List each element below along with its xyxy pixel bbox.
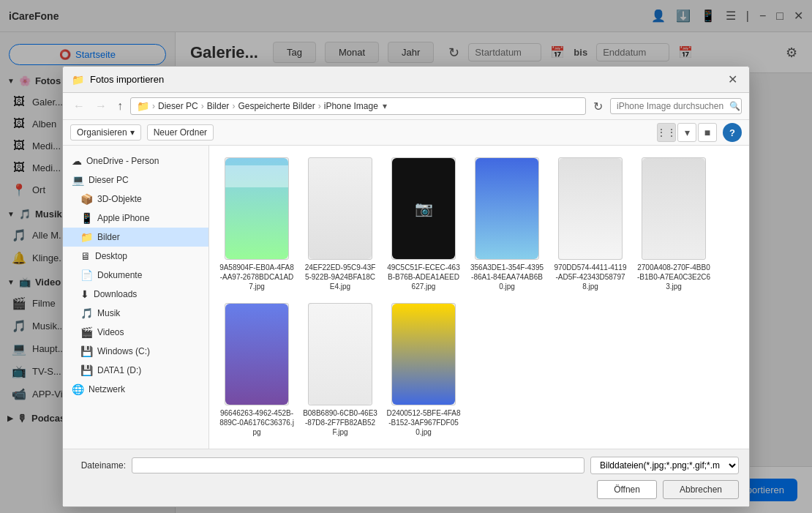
netzwerk-icon: 🌐 (72, 383, 84, 395)
dokumente-icon: 📄 (80, 269, 93, 281)
breadcrumb-gespeicherte[interactable]: Gespeicherte Bilder (238, 101, 315, 111)
breadcrumb-folder-icon: 📁 (137, 100, 149, 112)
file-thumbnail (391, 303, 456, 405)
windows-c-icon: 💾 (80, 345, 93, 357)
file-thumbnail (308, 157, 372, 260)
dlg-nav-dieser-pc[interactable]: 💻 Dieser PC (63, 171, 208, 190)
file-name: 970DD574-4411-4119-AD5F-42343D587978.jpg (553, 263, 628, 291)
file-item[interactable]: B08B6890-6CB0-46E3-87D8-2F7FB82AB52F.jpg (300, 299, 380, 441)
dlg-nav-bilder[interactable]: 📁 Bilder (63, 228, 208, 247)
file-name: B08B6890-6CB0-46E3-87D8-2F7FB82AB52F.jpg (303, 408, 377, 437)
view-details-button[interactable]: ⋮⋮ (657, 123, 676, 142)
file-name: 9A58904F-EB0A-4FA8-AA97-2678BDCA1AD7.jpg (219, 263, 294, 291)
dialog-titlebar: 📁 Fotos importieren ✕ (63, 67, 749, 93)
musik-nav-icon: 🎵 (80, 307, 93, 319)
dlg-nav-videos[interactable]: 🎬 Videos (63, 323, 208, 342)
breadcrumb-iphone-image[interactable]: iPhone Image (324, 101, 378, 111)
dlg-nav-downloads[interactable]: ⬇ Downloads (63, 285, 208, 304)
file-item[interactable]: 356A3DE1-354F-4395-86A1-84EAA74AB6B0.jpg (467, 153, 547, 296)
filename-input[interactable] (132, 457, 584, 473)
import-dialog: 📁 Fotos importieren ✕ ← → ↑ 📁 › Dieser P… (62, 66, 750, 507)
breadcrumb: 📁 › Dieser PC › Bilder › Gespeicherte Bi… (130, 97, 586, 115)
help-button[interactable]: ? (723, 123, 742, 142)
filetype-select[interactable]: Bilddateien(*.jpg;*.png;*.gif;*.m (590, 457, 739, 474)
apple-iphone-icon: 📱 (80, 212, 93, 224)
filename-label: Dateiname: (73, 460, 126, 471)
open-button[interactable]: Öffnen (597, 480, 657, 499)
onedrive-icon: ☁ (72, 155, 82, 167)
file-name: 96646263-4962-452B-889C-0A6176C36376.jpg (219, 408, 294, 437)
bilder-icon: 📁 (80, 231, 93, 243)
videos-nav-icon: 🎬 (80, 326, 93, 338)
view-preview-button[interactable]: ■ (698, 123, 717, 142)
nav-up-button[interactable]: ↑ (114, 98, 126, 114)
filename-row: Dateiname: Bilddateien(*.jpg;*.png;*.gif… (73, 457, 739, 474)
dialog-actions: Öffnen Abbrechen (73, 480, 739, 499)
view-dropdown-button[interactable]: ▾ (677, 123, 696, 142)
dialog-folder-icon: 📁 (72, 74, 84, 86)
file-thumbnail (642, 157, 706, 260)
file-thumbnail (225, 303, 289, 405)
nav-back-button[interactable]: ← (70, 98, 88, 114)
file-thumbnail (225, 157, 289, 260)
dlg-nav-onedrive[interactable]: ☁ OneDrive - Person (63, 151, 208, 171)
dlg-nav-musik[interactable]: 🎵 Musik (63, 304, 208, 323)
organize-button[interactable]: Organisieren ▾ (70, 124, 141, 141)
file-item[interactable]: D2400512-5BFE-4FA8-B152-3AF967FDF050.jpg (383, 299, 464, 441)
file-thumbnail: 📷 (391, 157, 456, 260)
3d-icon: 📦 (80, 193, 93, 205)
dialog-close-button[interactable]: ✕ (725, 72, 740, 86)
breadcrumb-bilder[interactable]: Bilder (207, 101, 230, 111)
nav-forward-button[interactable]: → (92, 98, 110, 114)
dialog-sidebar: ☁ OneDrive - Person 💻 Dieser PC 📦 3D-Obj… (63, 146, 209, 449)
file-name: D2400512-5BFE-4FA8-B152-3AF967FDF050.jpg (386, 408, 461, 437)
new-folder-button[interactable]: Neuer Ordner (147, 124, 214, 141)
file-name: 2700A408-270F-4BB0-B1B0-A7EA0C3E2C63.jpg (636, 263, 711, 291)
data1-icon: 💾 (80, 364, 93, 376)
file-grid: 9A58904F-EB0A-4FA8-AA97-2678BDCA1AD7.jpg… (209, 146, 749, 449)
dlg-nav-desktop[interactable]: 🖥 Desktop (63, 247, 208, 266)
dieser-pc-icon: 💻 (72, 174, 84, 186)
dialog-body: ☁ OneDrive - Person 💻 Dieser PC 📦 3D-Obj… (63, 146, 749, 449)
dialog-title: Fotos importieren (90, 74, 719, 85)
file-item[interactable]: 970DD574-4411-4119-AD5F-42343D587978.jpg (550, 153, 631, 296)
dialog-bottom: Dateiname: Bilddateien(*.jpg;*.png;*.gif… (63, 449, 749, 506)
file-item[interactable]: 24EF22ED-95C9-43F5-922B-9A24BFA18CE4.jpg (300, 153, 380, 296)
downloads-icon: ⬇ (80, 288, 89, 300)
dlg-nav-windows-c[interactable]: 💾 Windows (C:) (63, 342, 208, 361)
breadcrumb-dieser-pc[interactable]: Dieser PC (158, 101, 198, 111)
search-input[interactable] (617, 101, 726, 111)
file-thumbnail (308, 303, 372, 405)
dlg-nav-data1[interactable]: 💾 DATA1 (D:) (63, 361, 208, 380)
file-thumbnail (475, 157, 539, 260)
file-item[interactable]: 9A58904F-EB0A-4FA8-AA97-2678BDCA1AD7.jpg (217, 153, 297, 296)
dialog-toolbar: Organisieren ▾ Neuer Ordner ⋮⋮ ▾ ■ ? (63, 120, 749, 146)
dlg-nav-netzwerk[interactable]: 🌐 Netzwerk (63, 380, 208, 399)
file-thumbnail (558, 157, 623, 260)
dlg-nav-3d[interactable]: 📦 3D-Objekte (63, 190, 208, 209)
cancel-button[interactable]: Abbrechen (663, 480, 739, 499)
organize-dropdown-icon: ▾ (130, 127, 135, 138)
dlg-nav-dokumente[interactable]: 📄 Dokumente (63, 266, 208, 285)
path-dropdown-icon[interactable]: ▾ (383, 101, 387, 111)
file-item[interactable]: 96646263-4962-452B-889C-0A6176C36376.jpg (217, 299, 297, 441)
view-buttons: ⋮⋮ ▾ ■ (657, 123, 717, 142)
file-item[interactable]: 📷 49C5C51F-ECEC-463B-B76B-ADEA1AEED627.j… (383, 153, 464, 296)
file-name: 49C5C51F-ECEC-463B-B76B-ADEA1AEED627.jpg (386, 263, 461, 291)
search-icon: 🔍 (729, 101, 740, 111)
file-name: 24EF22ED-95C9-43F5-922B-9A24BFA18CE4.jpg (303, 263, 377, 291)
dlg-nav-apple-iphone[interactable]: 📱 Apple iPhone (63, 209, 208, 228)
search-box: 🔍 (610, 98, 742, 114)
desktop-icon: 🖥 (80, 250, 91, 262)
file-name: 356A3DE1-354F-4395-86A1-84EAA74AB6B0.jpg (470, 263, 544, 291)
file-item[interactable]: 2700A408-270F-4BB0-B1B0-A7EA0C3E2C63.jpg (634, 153, 714, 296)
dialog-overlay: 📁 Fotos importieren ✕ ← → ↑ 📁 › Dieser P… (0, 0, 812, 513)
dialog-nav-bar: ← → ↑ 📁 › Dieser PC › Bilder › Gespeiche… (63, 93, 749, 120)
nav-refresh-button[interactable]: ↻ (590, 98, 606, 115)
